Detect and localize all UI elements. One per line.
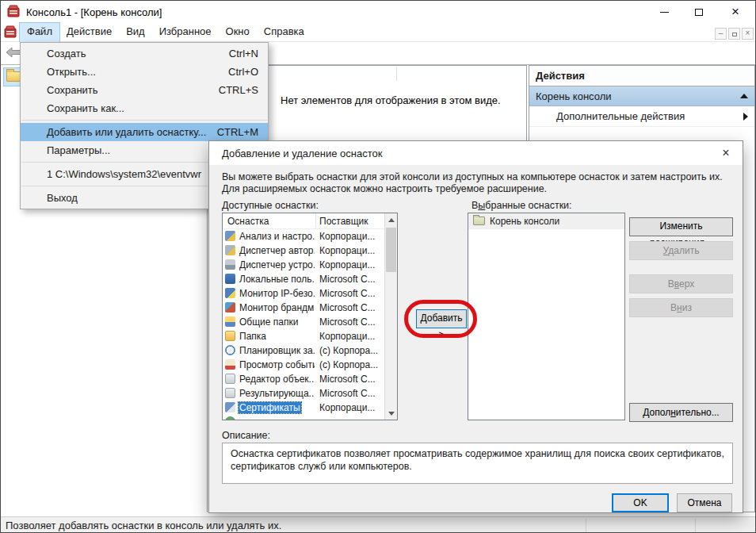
submenu-arrow-icon: [743, 113, 748, 121]
actions-item-more-actions[interactable]: Дополнительные действия: [529, 106, 754, 127]
snapin-row[interactable]: Локальные поль...Microsoft C...: [223, 272, 384, 286]
move-up-button: Вверх: [629, 274, 733, 293]
red-highlight-annotation: [404, 300, 477, 338]
description-label: Описание:: [222, 430, 270, 441]
snapin-name: Сертификаты: [239, 402, 301, 413]
available-snapins-label: Доступные оснастки:: [222, 200, 319, 211]
back-arrow-icon: [6, 47, 21, 60]
snapin-name: Редактор объек...: [239, 374, 315, 385]
menu-item-label: Открыть...: [47, 66, 228, 78]
menu-item-label: Сохранить: [47, 84, 219, 96]
menubar-item-1[interactable]: Действие: [59, 23, 119, 42]
snapin-name: Общие папки: [239, 316, 299, 328]
file-menu-item-3[interactable]: Сохранить как...: [21, 99, 268, 117]
snapin-row[interactable]: ПапкаКорпораци...: [223, 329, 384, 343]
device-manager-icon: [225, 259, 235, 270]
available-snapins-list[interactable]: Оснастка Поставщик Анализ и настро...Кор…: [222, 213, 398, 420]
title-bar: Консоль1 - [Корень консоли] ×: [1, 1, 755, 23]
maximize-button[interactable]: [681, 1, 717, 23]
column-snapin[interactable]: Оснастка: [227, 216, 269, 227]
snapin-vendor: Корпораци...: [319, 331, 375, 342]
dialog-title: Добавление и удаление оснасток: [222, 148, 382, 159]
status-text: Позволяет добавлять оснастки в консоль и…: [6, 520, 281, 531]
file-menu-item-2[interactable]: СохранитьCTRL+S: [21, 81, 268, 99]
collapse-arrow-icon[interactable]: [740, 94, 748, 98]
snapin-vendor: Microsoft C...: [319, 302, 376, 313]
snapin-vendor: (с) Корпора...: [319, 359, 378, 370]
advanced-button[interactable]: Дополнительно...: [629, 403, 733, 422]
services-icon: [225, 416, 235, 420]
file-menu-item-1[interactable]: Открыть...Ctrl+O: [21, 63, 268, 81]
scroll-thumb[interactable]: [386, 228, 396, 272]
task-scheduler-icon: [225, 345, 235, 355]
scroll-down-icon[interactable]: [385, 407, 397, 420]
snapin-vendor: Microsoft C...: [319, 274, 376, 285]
snapin-row[interactable]: Анализ и настро...Корпораци...: [223, 229, 384, 243]
rsop-icon: [225, 388, 235, 398]
menubar-item-4[interactable]: Окно: [219, 23, 257, 42]
menu-item-shortcut: CTRL+S: [219, 84, 258, 96]
snapin-name: Папка: [239, 331, 267, 342]
snapin-row[interactable]: Планировщик за...(с) Корпора...: [223, 343, 384, 358]
actions-group-console-root[interactable]: Корень консоли: [529, 86, 754, 106]
snapin-vendor: Microsoft C...: [319, 288, 376, 299]
edit-extensions-button[interactable]: Изменить расширения...: [629, 217, 733, 236]
mdi-minimize-button[interactable]: –: [715, 28, 727, 40]
menu-item-label: Сохранить как...: [47, 102, 258, 114]
snapin-row[interactable]: [223, 415, 384, 420]
menu-item-shortcut: CTRL+M: [217, 126, 258, 138]
column-vendor[interactable]: Поставщик: [319, 216, 368, 227]
mmc-console-window: Консоль1 - [Корень консоли] × ФайлДейств…: [0, 0, 756, 533]
snapin-name: Планировщик за...: [239, 345, 315, 356]
menu-item-shortcut: Ctrl+N: [229, 48, 258, 59]
object-editor-icon: [225, 374, 235, 384]
snapin-row[interactable]: Монитор IP-безо...Microsoft C...: [223, 286, 384, 301]
selected-snapin-row[interactable]: Корень консоли: [468, 213, 624, 229]
cancel-button[interactable]: Отмена: [677, 493, 732, 512]
status-bar: Позволяет добавлять оснастки в консоль и…: [1, 516, 755, 533]
empty-view-message: Нет элементов для отображения в этом вид…: [281, 94, 501, 106]
certificates-icon: [225, 402, 235, 412]
shared-folders-icon: [225, 316, 235, 327]
menubar-item-0[interactable]: Файл: [20, 23, 59, 42]
folder-icon: [225, 331, 235, 341]
snapin-row[interactable]: СертификатыКорпораци...: [223, 401, 384, 415]
snapin-name: Анализ и настро...: [239, 231, 315, 242]
snapin-vendor: Microsoft C...: [319, 388, 376, 399]
file-menu-item-5[interactable]: Добавить или удалить оснастку...CTRL+M: [21, 123, 268, 141]
snapin-name: Монитор брандм...: [239, 302, 315, 313]
snapin-row[interactable]: Общие папкиMicrosoft C...: [223, 315, 384, 329]
scrollbar[interactable]: [384, 213, 397, 420]
selected-snapin-name: Корень консоли: [490, 216, 559, 227]
minimize-button[interactable]: [646, 1, 682, 23]
snapin-row[interactable]: Диспетчер устро...Корпораци...: [223, 258, 384, 272]
snapin-row[interactable]: Монитор брандм...Microsoft C...: [223, 301, 384, 315]
dialog-intro-text: Вы можете выбрать оснастки для этой конс…: [222, 171, 735, 195]
list-header[interactable]: Оснастка Поставщик: [223, 213, 397, 229]
snapin-row[interactable]: Результирующа...Microsoft C...: [223, 386, 384, 401]
firewall-monitor-icon: [225, 302, 235, 313]
mdi-restore-button[interactable]: [728, 28, 740, 40]
event-viewer-icon: [225, 359, 235, 370]
menubar-item-3[interactable]: Избранное: [152, 23, 219, 42]
snapin-name: Диспетчер автор...: [239, 245, 315, 256]
snapin-row[interactable]: Просмотр событий(с) Корпора...: [223, 358, 384, 372]
close-button[interactable]: ×: [717, 1, 754, 23]
dialog-title-bar: Добавление и удаление оснасток ×: [209, 141, 743, 165]
mdi-close-button[interactable]: ×: [742, 28, 754, 40]
menu-item-label: Создать: [47, 48, 229, 59]
selected-snapins-list[interactable]: Корень консоли: [468, 213, 625, 420]
scroll-up-icon[interactable]: [385, 213, 397, 226]
snapin-row[interactable]: Редактор объек...Microsoft C...: [223, 372, 384, 386]
snapin-vendor: Microsoft C...: [319, 374, 376, 385]
menubar-item-2[interactable]: Вид: [119, 23, 152, 42]
menubar-item-5[interactable]: Справка: [257, 23, 311, 42]
ok-button[interactable]: OK: [612, 493, 669, 512]
menu-separator: [21, 120, 267, 121]
description-box: Оснастка сертификатов позволяет просматр…: [222, 443, 733, 484]
snapin-row[interactable]: Диспетчер автор...Корпораци...: [223, 243, 384, 258]
dialog-close-icon[interactable]: ×: [716, 144, 736, 162]
file-menu-item-0[interactable]: СоздатьCtrl+N: [21, 44, 268, 63]
remove-button: Удалить: [629, 241, 733, 260]
selected-snapins-label: Выбранные оснастки:: [472, 200, 572, 211]
